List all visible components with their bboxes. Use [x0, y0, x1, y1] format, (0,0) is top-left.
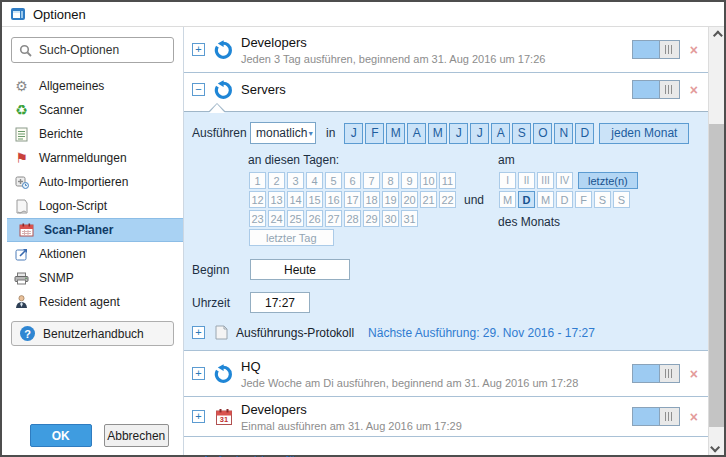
day-cell[interactable]: 11: [439, 172, 456, 189]
task-enabled-toggle[interactable]: [632, 40, 680, 59]
month-button[interactable]: D: [575, 123, 594, 144]
day-cell[interactable]: 9: [401, 172, 418, 189]
day-cell[interactable]: 4: [306, 172, 323, 189]
month-button[interactable]: A: [407, 123, 426, 144]
weekday-cell[interactable]: M: [499, 191, 516, 208]
day-cell[interactable]: 5: [325, 172, 342, 189]
day-cell[interactable]: 28: [344, 210, 361, 227]
begin-date-field[interactable]: [250, 259, 350, 280]
cancel-button[interactable]: Abbrechen: [104, 424, 169, 447]
task-row-hq: + HQ Jede Woche am Di ausführen, beginne…: [184, 351, 708, 397]
sidebar-item-resident-agent[interactable]: Resident agent: [2, 290, 183, 314]
day-cell[interactable]: 30: [382, 210, 399, 227]
sidebar-item-warnmeldungen[interactable]: ⚑ Warnmeldungen: [2, 146, 183, 170]
weekday-cell[interactable]: D: [556, 191, 573, 208]
weekday-cell[interactable]: D: [518, 191, 535, 208]
sidebar-item-auto-importieren[interactable]: Auto-Importieren: [2, 170, 183, 194]
month-button[interactable]: N: [554, 123, 573, 144]
ok-button[interactable]: OK: [30, 424, 92, 447]
day-cell[interactable]: 15: [306, 191, 323, 208]
last-n-button[interactable]: letzte(n): [578, 172, 638, 189]
day-cell[interactable]: 3: [287, 172, 304, 189]
month-button[interactable]: J: [470, 123, 489, 144]
task-enabled-toggle[interactable]: [632, 364, 680, 383]
sidebar-item-berichte[interactable]: Berichte: [2, 122, 183, 146]
day-cell[interactable]: 14: [287, 191, 304, 208]
sidebar-item-logon-script[interactable]: Logon-Script: [2, 194, 183, 218]
day-cell[interactable]: 2: [268, 172, 285, 189]
month-button[interactable]: J: [449, 123, 468, 144]
month-button[interactable]: O: [533, 123, 552, 144]
day-cell[interactable]: 17: [344, 191, 361, 208]
day-cell[interactable]: 29: [363, 210, 380, 227]
day-cell[interactable]: 16: [325, 191, 342, 208]
frequency-dropdown[interactable]: monatlich ▼: [250, 122, 316, 144]
month-button[interactable]: A: [491, 123, 510, 144]
day-cell[interactable]: 22: [439, 191, 456, 208]
weekday-cell[interactable]: M: [537, 191, 554, 208]
month-button[interactable]: F: [365, 123, 384, 144]
sidebar-item-scanner[interactable]: ♻ Scanner: [2, 98, 183, 122]
day-cell[interactable]: 6: [344, 172, 361, 189]
day-cell[interactable]: 31: [401, 210, 418, 227]
day-cell[interactable]: 13: [268, 191, 285, 208]
scroll-down-icon[interactable]: [709, 439, 724, 455]
day-cell[interactable]: 24: [268, 210, 285, 227]
expand-icon[interactable]: +: [192, 367, 205, 380]
expand-icon[interactable]: +: [192, 326, 205, 339]
day-cell[interactable]: 1: [249, 172, 266, 189]
ordinal-cell[interactable]: IV: [556, 172, 573, 189]
day-cell[interactable]: 12: [249, 191, 266, 208]
day-cell[interactable]: 23: [249, 210, 266, 227]
task-enabled-toggle[interactable]: [632, 407, 680, 426]
vertical-scrollbar[interactable]: [708, 27, 724, 455]
frequency-value: monatlich: [256, 126, 307, 140]
month-selector: JFMAMJJASOND jeden Monat: [344, 123, 691, 144]
search-options-box[interactable]: [11, 37, 174, 63]
task-enabled-toggle[interactable]: [632, 80, 680, 99]
ordinal-cell[interactable]: I: [499, 172, 516, 189]
sidebar-item-snmp[interactable]: SNMP: [2, 266, 183, 290]
delete-task-icon[interactable]: ×: [690, 43, 698, 57]
month-button[interactable]: M: [428, 123, 447, 144]
every-month-button[interactable]: jeden Monat: [599, 123, 689, 144]
day-cell[interactable]: 18: [363, 191, 380, 208]
collapse-icon[interactable]: −: [192, 83, 205, 96]
expand-icon[interactable]: +: [192, 43, 205, 56]
day-cell[interactable]: 25: [287, 210, 304, 227]
sidebar-item-allgemeines[interactable]: ⚙ Allgemeines: [2, 74, 183, 98]
weekday-cell[interactable]: S: [613, 191, 630, 208]
search-input[interactable]: [39, 43, 194, 57]
time-field[interactable]: [250, 292, 310, 313]
day-cell[interactable]: 26: [306, 210, 323, 227]
month-button[interactable]: M: [386, 123, 405, 144]
day-cell[interactable]: 27: [325, 210, 342, 227]
user-manual-button[interactable]: ? Benutzerhandbuch: [11, 321, 174, 346]
day-cell[interactable]: 19: [382, 191, 399, 208]
day-cell[interactable]: 10: [420, 172, 437, 189]
task-list: + Developers Jeden 3 Tag ausführen, begi…: [184, 27, 708, 455]
add-task-link[interactable]: Aufgabe hinzufügen▼: [202, 453, 331, 457]
sidebar-item-aktionen[interactable]: Aktionen: [2, 242, 183, 266]
weekday-cell[interactable]: F: [575, 191, 592, 208]
last-day-button[interactable]: letzter Tag: [249, 229, 334, 246]
ordinal-cell[interactable]: II: [518, 172, 535, 189]
weekday-cell[interactable]: S: [594, 191, 611, 208]
scroll-up-icon[interactable]: [709, 27, 724, 43]
sidebar-item-scan-planer[interactable]: Scan-Planer: [7, 218, 183, 242]
protocol-label[interactable]: Ausführungs-Protokoll: [236, 326, 354, 340]
scrollbar-thumb[interactable]: [709, 124, 724, 427]
day-cell[interactable]: 21: [420, 191, 437, 208]
delete-task-icon[interactable]: ×: [690, 367, 698, 381]
delete-task-icon[interactable]: ×: [690, 83, 698, 97]
day-cell[interactable]: 20: [401, 191, 418, 208]
sidebar-item-label: Logon-Script: [39, 199, 107, 213]
alert-flag-icon: ⚑: [13, 151, 30, 165]
expand-icon[interactable]: +: [192, 410, 205, 423]
delete-task-icon[interactable]: ×: [690, 410, 698, 424]
month-button[interactable]: S: [512, 123, 531, 144]
day-cell[interactable]: 7: [363, 172, 380, 189]
ordinal-cell[interactable]: III: [537, 172, 554, 189]
month-button[interactable]: J: [344, 123, 363, 144]
day-cell[interactable]: 8: [382, 172, 399, 189]
